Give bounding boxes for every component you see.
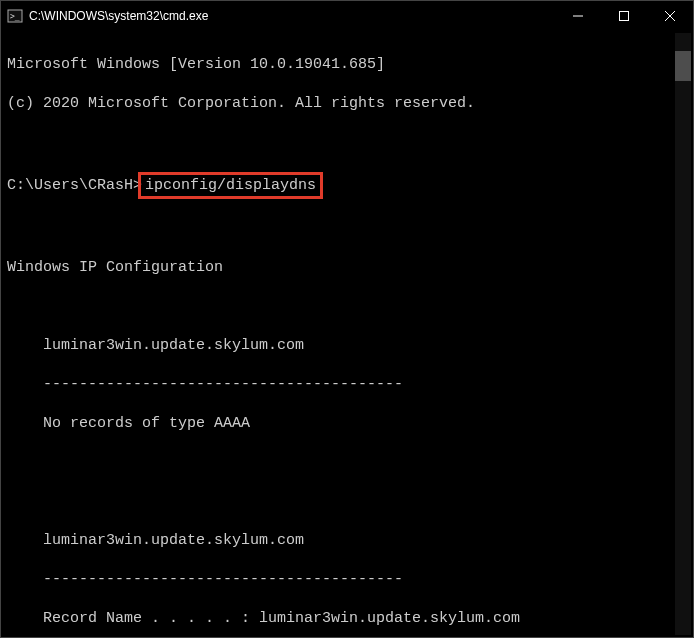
prompt-line: C:\Users\CRasH>ipconfig/displaydns [7, 172, 687, 200]
dns-field: Record Name . . . . . : luminar3win.upda… [7, 609, 687, 629]
window-controls [555, 1, 693, 31]
dns-host: luminar3win.update.skylum.com [7, 531, 687, 551]
command-text: ipconfig/displaydns [145, 177, 316, 194]
maximize-button[interactable] [601, 1, 647, 31]
scrollbar-thumb[interactable] [675, 51, 691, 81]
titlebar[interactable]: >_ C:\WINDOWS\system32\cmd.exe [1, 1, 693, 31]
scrollbar[interactable] [675, 33, 691, 635]
separator-line: ---------------------------------------- [7, 375, 687, 395]
os-version-line: Microsoft Windows [Version 10.0.19041.68… [7, 55, 687, 75]
cmd-icon: >_ [7, 8, 23, 24]
svg-rect-3 [620, 12, 629, 21]
command-highlight: ipconfig/displaydns [138, 172, 323, 200]
dns-message: No records of type AAAA [7, 414, 687, 434]
close-button[interactable] [647, 1, 693, 31]
svg-text:>_: >_ [10, 12, 20, 21]
prompt-path: C:\Users\CRasH> [7, 177, 142, 194]
window-title: C:\WINDOWS\system32\cmd.exe [29, 9, 555, 23]
terminal-output[interactable]: Microsoft Windows [Version 10.0.19041.68… [1, 31, 693, 637]
ip-config-header: Windows IP Configuration [7, 258, 687, 278]
dns-host: luminar3win.update.skylum.com [7, 336, 687, 356]
minimize-button[interactable] [555, 1, 601, 31]
copyright-line: (c) 2020 Microsoft Corporation. All righ… [7, 94, 687, 114]
separator-line: ---------------------------------------- [7, 570, 687, 590]
